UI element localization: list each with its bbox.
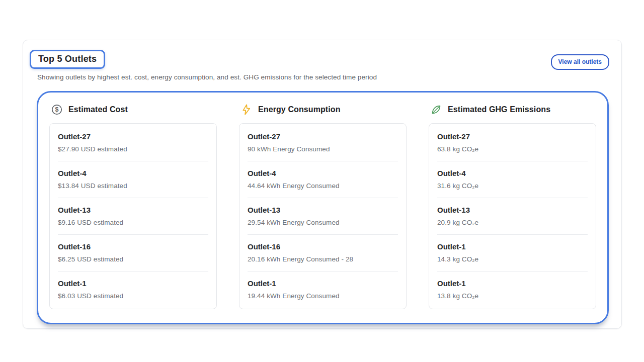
list-item: Outlet-13 $9.16 USD estimated [58, 198, 208, 235]
outlet-name: Outlet-4 [437, 168, 588, 178]
list-item: Outlet-27 90 kWh Energy Consumed [248, 125, 398, 161]
list-item: Outlet-1 $6.03 USD estimated [58, 272, 208, 308]
leaf-icon [430, 104, 442, 116]
list-item: Outlet-4 44.64 kWh Energy Consumed [248, 161, 398, 198]
estimated-cost-column: $ Estimated Cost Outlet-27 $27.90 USD es… [49, 103, 217, 323]
outlet-value: 63.8 kg CO₂e [437, 145, 588, 153]
page-title-box: Top 5 Outlets [30, 50, 105, 69]
outlet-name: Outlet-27 [58, 132, 208, 142]
outlet-name: Outlet-13 [437, 205, 588, 215]
outlet-value: 19.44 kWh Energy Consumed [248, 292, 398, 300]
outlet-value: 44.64 kWh Energy Consumed [248, 182, 398, 190]
outlet-value: $6.25 USD estimated [58, 255, 208, 263]
outlet-value: $27.90 USD estimated [58, 145, 208, 153]
top-outlets-panel: Top 5 Outlets View all outlets Showing o… [23, 40, 622, 329]
outlet-value: 90 kWh Energy Consumed [248, 145, 398, 153]
list-item: Outlet-4 31.6 kg CO₂e [437, 161, 588, 198]
outlet-name: Outlet-1 [437, 279, 588, 289]
outlet-value: 20.16 kWh Energy Consumed - 28 [248, 255, 398, 263]
list-item: Outlet-1 13.8 kg CO₂e [437, 272, 588, 308]
svg-text:$: $ [55, 106, 59, 113]
energy-consumption-column: Energy Consumption Outlet-27 90 kWh Ener… [239, 103, 407, 323]
page: Top 5 Outlets View all outlets Showing o… [0, 0, 644, 362]
outlet-name: Outlet-4 [58, 168, 208, 178]
outlet-value: 20.9 kg CO₂e [437, 218, 588, 227]
list-item: Outlet-13 29.54 kWh Energy Consumed [248, 198, 398, 235]
outlet-name: Outlet-1 [248, 279, 398, 289]
column-title: Estimated GHG Emissions [448, 105, 550, 114]
column-title: Estimated Cost [68, 105, 128, 114]
lightning-bolt-icon [240, 104, 253, 116]
top-outlets-container: $ Estimated Cost Outlet-27 $27.90 USD es… [37, 91, 609, 324]
list-item: Outlet-27 63.8 kg CO₂e [437, 125, 588, 161]
list-item: Outlet-27 $27.90 USD estimated [58, 125, 208, 161]
energy-consumption-list: Outlet-27 90 kWh Energy Consumed Outlet-… [239, 123, 407, 309]
ghg-emissions-column: Estimated GHG Emissions Outlet-27 63.8 k… [429, 103, 596, 323]
estimated-cost-header: $ Estimated Cost [49, 103, 217, 117]
list-item: Outlet-1 19.44 kWh Energy Consumed [248, 272, 398, 308]
outlet-value: 31.6 kg CO₂e [437, 182, 588, 190]
list-item: Outlet-1 14.3 kg CO₂e [437, 235, 588, 272]
outlet-name: Outlet-16 [58, 242, 208, 252]
list-item: Outlet-16 20.16 kWh Energy Consumed - 28 [248, 235, 398, 272]
outlet-value: $13.84 USD estimated [58, 182, 208, 190]
outlet-value: 13.8 kg CO₂e [437, 292, 588, 300]
view-all-outlets-button[interactable]: View all outlets [551, 54, 609, 70]
page-title: Top 5 Outlets [38, 54, 97, 64]
outlet-value: $6.03 USD estimated [58, 292, 208, 300]
outlet-value: $9.16 USD estimated [58, 218, 208, 227]
outlet-name: Outlet-27 [248, 132, 398, 142]
estimated-cost-list: Outlet-27 $27.90 USD estimated Outlet-4 … [49, 123, 217, 309]
energy-consumption-header: Energy Consumption [239, 103, 407, 117]
column-title: Energy Consumption [258, 105, 341, 114]
outlet-name: Outlet-1 [437, 242, 588, 252]
panel-subtitle: Showing outlets by highest est. cost, en… [37, 73, 621, 81]
outlet-name: Outlet-13 [248, 205, 398, 215]
dollar-circle-icon: $ [51, 104, 63, 116]
list-item: Outlet-4 $13.84 USD estimated [58, 161, 208, 198]
outlet-name: Outlet-1 [58, 279, 208, 289]
outlet-value: 14.3 kg CO₂e [437, 255, 588, 263]
list-item: Outlet-13 20.9 kg CO₂e [437, 198, 588, 235]
panel-header: Top 5 Outlets View all outlets [23, 40, 621, 70]
ghg-emissions-header: Estimated GHG Emissions [429, 103, 596, 117]
outlet-name: Outlet-13 [58, 205, 208, 215]
outlet-name: Outlet-16 [248, 242, 398, 252]
ghg-emissions-list: Outlet-27 63.8 kg CO₂e Outlet-4 31.6 kg … [429, 123, 596, 309]
outlet-name: Outlet-4 [248, 168, 398, 178]
outlet-name: Outlet-27 [437, 132, 588, 142]
outlet-value: 29.54 kWh Energy Consumed [248, 218, 398, 227]
list-item: Outlet-16 $6.25 USD estimated [58, 235, 208, 272]
